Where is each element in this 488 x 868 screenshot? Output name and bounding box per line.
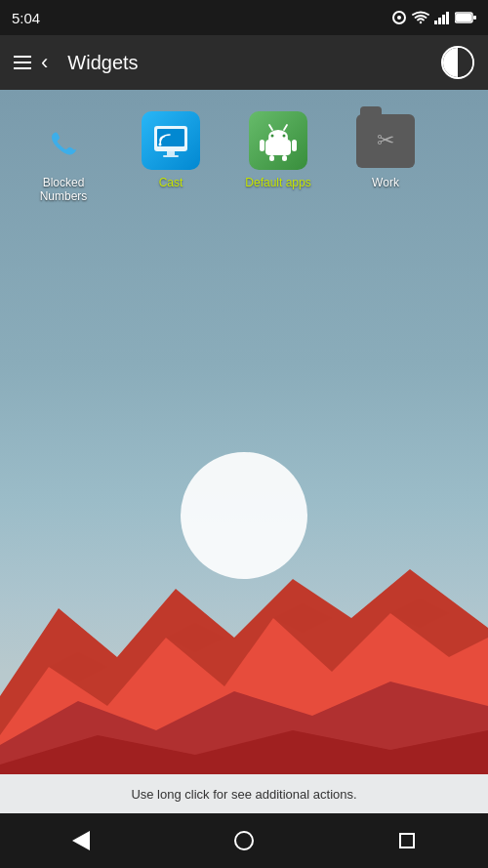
svg-rect-2 <box>434 21 437 24</box>
svg-rect-8 <box>473 16 476 20</box>
hamburger-icon[interactable] <box>14 56 31 69</box>
status-bar: 5:04 <box>0 0 488 35</box>
svg-rect-30 <box>292 140 297 151</box>
svg-line-28 <box>284 125 287 130</box>
home-circle-icon <box>234 831 254 850</box>
circle-status-icon <box>391 10 407 25</box>
svg-rect-3 <box>438 18 441 24</box>
blocked-numbers-label: BlockedNumbers <box>40 176 88 204</box>
svg-line-27 <box>269 125 272 130</box>
app-item-default-apps[interactable]: Default apps <box>229 109 327 189</box>
mountain-landscape <box>0 520 488 774</box>
status-icons <box>391 10 476 25</box>
svg-point-21 <box>159 143 162 145</box>
blocked-numbers-icon-wrapper <box>32 109 95 172</box>
recent-button[interactable] <box>383 816 431 865</box>
info-bar: Use long click for see additional action… <box>0 774 488 813</box>
home-button[interactable] <box>220 816 268 865</box>
battery-icon <box>455 12 476 23</box>
main-area: BlockedNumbers <box>0 90 488 774</box>
phone-icon <box>37 114 90 167</box>
back-arrow-icon[interactable]: ‹ <box>41 50 48 75</box>
svg-point-25 <box>271 135 274 138</box>
default-apps-icon-wrapper <box>247 109 309 172</box>
signal-icon <box>434 11 450 24</box>
work-icon-wrapper: ✂ <box>354 109 417 172</box>
info-text: Use long click for see additional action… <box>131 787 356 802</box>
svg-rect-32 <box>282 155 287 161</box>
svg-rect-19 <box>167 151 175 155</box>
svg-rect-5 <box>446 12 449 24</box>
recent-square-icon <box>399 833 415 848</box>
app-item-blocked-numbers[interactable]: BlockedNumbers <box>15 109 112 204</box>
work-label: Work <box>372 176 399 189</box>
back-button[interactable] <box>57 816 105 865</box>
top-bar-left: ‹ Widgets <box>14 50 139 75</box>
cast-svg <box>151 124 190 158</box>
top-bar-title: Widgets <box>67 52 138 74</box>
svg-rect-24 <box>265 140 291 155</box>
default-apps-label: Default apps <box>245 176 310 189</box>
svg-rect-4 <box>442 15 445 24</box>
default-apps-icon <box>249 111 307 170</box>
work-icon: ✂ <box>356 114 415 168</box>
svg-rect-20 <box>163 155 179 157</box>
cast-icon <box>142 111 200 170</box>
top-bar: ‹ Widgets <box>0 35 488 90</box>
cast-icon-wrapper <box>140 109 202 172</box>
app-grid: BlockedNumbers <box>0 100 488 214</box>
svg-point-1 <box>397 16 401 20</box>
app-item-cast[interactable]: Cast <box>122 109 220 189</box>
contrast-icon[interactable] <box>441 46 474 79</box>
wifi-icon <box>412 11 429 24</box>
back-triangle-icon <box>72 831 90 850</box>
status-time: 5:04 <box>12 10 40 26</box>
svg-rect-7 <box>456 14 471 21</box>
svg-rect-29 <box>260 140 264 151</box>
nav-bar <box>0 813 488 868</box>
app-item-work[interactable]: ✂ Work <box>337 109 434 189</box>
scissors-icon: ✂ <box>377 128 394 153</box>
cast-label: Cast <box>159 176 183 189</box>
android-svg <box>258 120 299 161</box>
svg-point-26 <box>283 135 286 138</box>
svg-rect-31 <box>269 155 274 161</box>
